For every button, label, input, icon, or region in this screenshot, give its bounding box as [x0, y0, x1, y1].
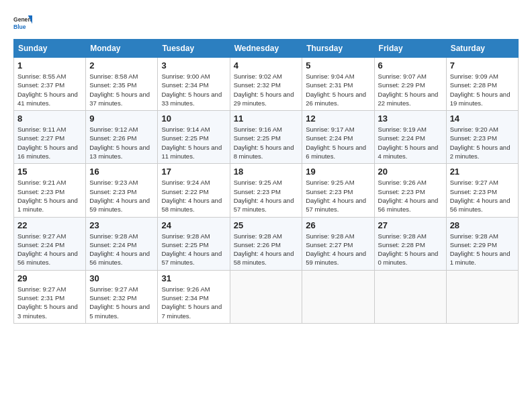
- calendar-cell: 25Sunrise: 9:28 AMSunset: 2:26 PMDayligh…: [230, 217, 302, 270]
- day-info: Sunrise: 9:11 AMSunset: 2:27 PMDaylight:…: [17, 125, 82, 161]
- calendar-cell: 2Sunrise: 8:58 AMSunset: 2:35 PMDaylight…: [86, 58, 158, 111]
- calendar-cell: 21Sunrise: 9:27 AMSunset: 2:23 PMDayligh…: [446, 164, 518, 217]
- day-number: 27: [378, 220, 443, 230]
- day-number: 1: [17, 60, 82, 71]
- day-number: 20: [378, 167, 443, 177]
- day-info: Sunrise: 9:21 AMSunset: 2:23 PMDaylight:…: [17, 178, 82, 214]
- day-number: 19: [306, 167, 370, 177]
- day-number: 6: [378, 60, 443, 71]
- day-info: Sunrise: 9:24 AMSunset: 2:22 PMDaylight:…: [161, 178, 226, 214]
- day-info: Sunrise: 9:27 AMSunset: 2:32 PMDaylight:…: [89, 285, 154, 320]
- day-info: Sunrise: 8:55 AMSunset: 2:37 PMDaylight:…: [17, 72, 82, 107]
- day-number: 4: [234, 60, 299, 71]
- calendar-cell: 4Sunrise: 9:02 AMSunset: 2:32 PMDaylight…: [230, 58, 302, 111]
- calendar-cell: 22Sunrise: 9:27 AMSunset: 2:24 PMDayligh…: [14, 217, 86, 270]
- day-number: 29: [17, 273, 82, 283]
- day-header-saturday: Saturday: [446, 40, 518, 58]
- day-header-sunday: Sunday: [14, 40, 86, 58]
- day-number: 14: [450, 113, 515, 124]
- day-info: Sunrise: 9:25 AMSunset: 2:23 PMDaylight:…: [306, 178, 370, 214]
- calendar-cell: 15Sunrise: 9:21 AMSunset: 2:23 PMDayligh…: [14, 164, 86, 217]
- day-info: Sunrise: 9:25 AMSunset: 2:23 PMDaylight:…: [234, 178, 299, 214]
- day-info: Sunrise: 9:12 AMSunset: 2:26 PMDaylight:…: [89, 125, 154, 161]
- calendar-cell: 26Sunrise: 9:28 AMSunset: 2:27 PMDayligh…: [302, 217, 374, 270]
- calendar-cell: [230, 270, 302, 323]
- calendar-table: SundayMondayTuesdayWednesdayThursdayFrid…: [13, 39, 519, 324]
- day-number: 30: [89, 273, 154, 283]
- calendar-cell: 7Sunrise: 9:09 AMSunset: 2:28 PMDaylight…: [446, 58, 518, 111]
- day-info: Sunrise: 9:14 AMSunset: 2:25 PMDaylight:…: [161, 125, 226, 161]
- day-info: Sunrise: 9:27 AMSunset: 2:31 PMDaylight:…: [17, 285, 82, 320]
- week-row-3: 15Sunrise: 9:21 AMSunset: 2:23 PMDayligh…: [14, 164, 519, 217]
- day-number: 26: [306, 220, 370, 230]
- calendar-cell: 12Sunrise: 9:17 AMSunset: 2:24 PMDayligh…: [302, 111, 374, 164]
- calendar-cell: 28Sunrise: 9:28 AMSunset: 2:29 PMDayligh…: [446, 217, 518, 270]
- day-info: Sunrise: 9:27 AMSunset: 2:23 PMDaylight:…: [450, 178, 515, 214]
- calendar-cell: 8Sunrise: 9:11 AMSunset: 2:27 PMDaylight…: [14, 111, 86, 164]
- day-header-friday: Friday: [374, 40, 446, 58]
- day-info: Sunrise: 9:28 AMSunset: 2:25 PMDaylight:…: [161, 232, 226, 267]
- day-number: 31: [161, 273, 226, 283]
- calendar-cell: 24Sunrise: 9:28 AMSunset: 2:25 PMDayligh…: [158, 217, 230, 270]
- week-row-1: 1Sunrise: 8:55 AMSunset: 2:37 PMDaylight…: [14, 58, 519, 111]
- calendar-cell: 27Sunrise: 9:28 AMSunset: 2:28 PMDayligh…: [374, 217, 446, 270]
- day-info: Sunrise: 9:19 AMSunset: 2:24 PMDaylight:…: [378, 125, 443, 161]
- day-number: 16: [89, 167, 154, 177]
- calendar-cell: 17Sunrise: 9:24 AMSunset: 2:22 PMDayligh…: [158, 164, 230, 217]
- day-info: Sunrise: 9:26 AMSunset: 2:23 PMDaylight:…: [378, 178, 443, 214]
- week-row-2: 8Sunrise: 9:11 AMSunset: 2:27 PMDaylight…: [14, 111, 519, 164]
- calendar-cell: 14Sunrise: 9:20 AMSunset: 2:23 PMDayligh…: [446, 111, 518, 164]
- day-number: 3: [161, 60, 226, 71]
- calendar-cell: 30Sunrise: 9:27 AMSunset: 2:32 PMDayligh…: [86, 270, 158, 323]
- day-info: Sunrise: 9:20 AMSunset: 2:23 PMDaylight:…: [450, 125, 515, 161]
- day-number: 11: [234, 113, 299, 124]
- day-info: Sunrise: 9:02 AMSunset: 2:32 PMDaylight:…: [234, 72, 299, 107]
- day-number: 8: [17, 113, 82, 124]
- calendar-cell: 5Sunrise: 9:04 AMSunset: 2:31 PMDaylight…: [302, 58, 374, 111]
- day-number: 10: [161, 113, 226, 124]
- day-header-wednesday: Wednesday: [230, 40, 302, 58]
- calendar-cell: 18Sunrise: 9:25 AMSunset: 2:23 PMDayligh…: [230, 164, 302, 217]
- header: General Blue: [13, 13, 519, 32]
- day-info: Sunrise: 9:23 AMSunset: 2:23 PMDaylight:…: [89, 178, 154, 214]
- day-number: 13: [378, 113, 443, 124]
- day-info: Sunrise: 9:28 AMSunset: 2:26 PMDaylight:…: [234, 232, 299, 267]
- calendar-cell: 6Sunrise: 9:07 AMSunset: 2:29 PMDaylight…: [374, 58, 446, 111]
- calendar-cell: [302, 270, 374, 323]
- day-number: 15: [17, 167, 82, 177]
- day-header-tuesday: Tuesday: [158, 40, 230, 58]
- day-number: 21: [450, 167, 515, 177]
- logo-icon: General Blue: [13, 13, 32, 32]
- day-info: Sunrise: 9:17 AMSunset: 2:24 PMDaylight:…: [306, 125, 370, 161]
- day-info: Sunrise: 9:04 AMSunset: 2:31 PMDaylight:…: [306, 72, 370, 107]
- day-number: 18: [234, 167, 299, 177]
- calendar-cell: 9Sunrise: 9:12 AMSunset: 2:26 PMDaylight…: [86, 111, 158, 164]
- day-info: Sunrise: 9:16 AMSunset: 2:25 PMDaylight:…: [234, 125, 299, 161]
- day-number: 9: [89, 113, 154, 124]
- day-number: 12: [306, 113, 370, 124]
- day-info: Sunrise: 9:00 AMSunset: 2:34 PMDaylight:…: [161, 72, 226, 107]
- day-number: 5: [306, 60, 370, 71]
- day-info: Sunrise: 9:28 AMSunset: 2:29 PMDaylight:…: [450, 232, 515, 267]
- day-number: 22: [17, 220, 82, 230]
- day-header-monday: Monday: [86, 40, 158, 58]
- calendar-cell: 23Sunrise: 9:28 AMSunset: 2:24 PMDayligh…: [86, 217, 158, 270]
- calendar-cell: 11Sunrise: 9:16 AMSunset: 2:25 PMDayligh…: [230, 111, 302, 164]
- day-number: 23: [89, 220, 154, 230]
- day-number: 24: [161, 220, 226, 230]
- calendar-cell: 1Sunrise: 8:55 AMSunset: 2:37 PMDaylight…: [14, 58, 86, 111]
- calendar-cell: 19Sunrise: 9:25 AMSunset: 2:23 PMDayligh…: [302, 164, 374, 217]
- day-number: 7: [450, 60, 515, 71]
- logo: General Blue: [13, 13, 32, 32]
- week-row-5: 29Sunrise: 9:27 AMSunset: 2:31 PMDayligh…: [14, 270, 519, 323]
- calendar-cell: 16Sunrise: 9:23 AMSunset: 2:23 PMDayligh…: [86, 164, 158, 217]
- day-info: Sunrise: 9:28 AMSunset: 2:24 PMDaylight:…: [89, 232, 154, 267]
- day-number: 28: [450, 220, 515, 230]
- day-info: Sunrise: 9:09 AMSunset: 2:28 PMDaylight:…: [450, 72, 515, 107]
- week-row-4: 22Sunrise: 9:27 AMSunset: 2:24 PMDayligh…: [14, 217, 519, 270]
- day-info: Sunrise: 9:07 AMSunset: 2:29 PMDaylight:…: [378, 72, 443, 107]
- days-header-row: SundayMondayTuesdayWednesdayThursdayFrid…: [14, 40, 519, 58]
- day-header-thursday: Thursday: [302, 40, 374, 58]
- day-info: Sunrise: 9:27 AMSunset: 2:24 PMDaylight:…: [17, 232, 82, 267]
- day-info: Sunrise: 9:26 AMSunset: 2:34 PMDaylight:…: [161, 285, 226, 320]
